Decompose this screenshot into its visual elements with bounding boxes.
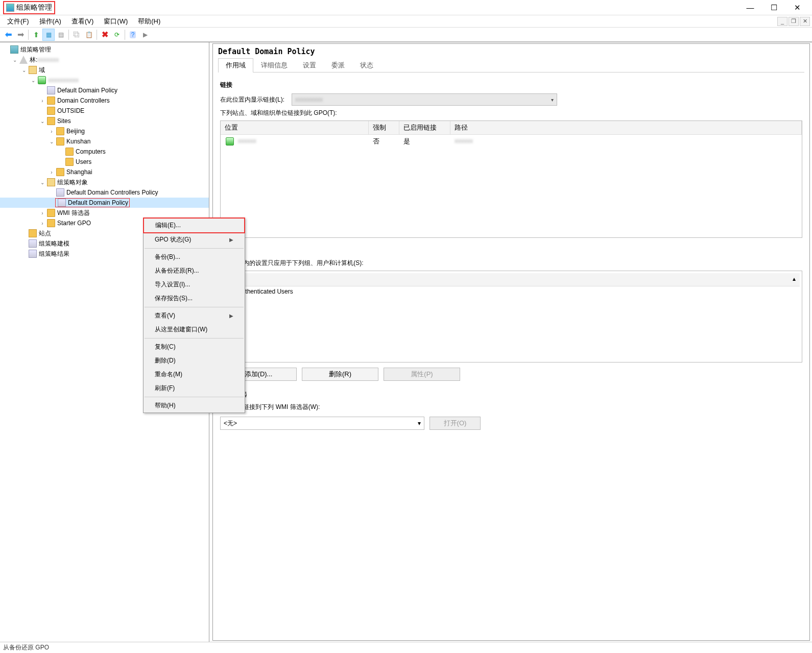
ctx-backup[interactable]: 备份(B)... [144, 250, 245, 264]
ctx-restore[interactable]: 从备份还原(R)... [144, 264, 245, 278]
tree-computers[interactable]: Computers [0, 147, 209, 157]
expander-icon[interactable]: ⌄ [30, 78, 37, 83]
tree-ddp-selected[interactable]: Default Domain Policy [0, 198, 209, 208]
wmi-section: WMI 筛选 此 GPO 链接到下列 WMI 筛选器(W): <无> ▾ 打开(… [220, 390, 802, 430]
tree-root[interactable]: 组策略管理 [0, 44, 209, 55]
expander-icon[interactable]: › [39, 98, 46, 104]
tree-ddcp[interactable]: Default Domain Controllers Policy [0, 187, 209, 198]
tree-forest[interactable]: ⌄林:xxxxxxx [0, 55, 209, 65]
maximize-button[interactable]: ☐ [762, 1, 785, 15]
ctx-label: 重命名(M) [155, 370, 182, 379]
tree-domain[interactable]: ⌄xxxxxxxxxx [0, 75, 209, 85]
tree-shanghai[interactable]: ›Shanghai [0, 167, 209, 177]
tree-sites[interactable]: ⌄Sites [0, 116, 209, 126]
tab-settings[interactable]: 设置 [295, 58, 324, 72]
col-path[interactable]: 路径 [450, 121, 802, 134]
tree-kunshan[interactable]: ⌄Kunshan [0, 136, 209, 147]
tree-label: Kunshan [66, 138, 90, 145]
tree-wmi[interactable]: ›WMI 筛选器 [0, 208, 209, 218]
table-header: 位置 强制 已启用链接 路径 [221, 121, 802, 135]
menu-view[interactable]: 查看(V) [66, 15, 99, 28]
ctx-help[interactable]: 帮助(H) [144, 399, 245, 413]
ctx-edit[interactable]: 编辑(E)... [144, 219, 244, 232]
col-enforced[interactable]: 强制 [369, 121, 399, 134]
paste-button[interactable]: 📋 [83, 29, 95, 41]
menu-help[interactable]: 帮助(H) [133, 15, 165, 28]
ctx-view[interactable]: 查看(V)▶ [144, 309, 245, 323]
show-hide-button[interactable]: ▤ [55, 29, 67, 41]
wmi-combo[interactable]: <无> ▾ [220, 417, 424, 430]
tree-label: 站点 [39, 229, 51, 238]
arrow-right-icon: ➡ [17, 30, 24, 39]
tree-users[interactable]: Users [0, 157, 209, 167]
ctx-save-report[interactable]: 保存报告(S)... [144, 292, 245, 305]
expander-icon[interactable]: ⌄ [48, 139, 55, 144]
tree-ddp-link[interactable]: Default Domain Policy [0, 85, 209, 95]
help-button[interactable]: ? [127, 29, 139, 41]
links-table[interactable]: 位置 强制 已启用链接 路径 xxxxxx 否 是 xxxxxx [220, 120, 802, 238]
ctx-refresh[interactable]: 刷新(F) [144, 381, 245, 395]
filter-item[interactable]: 👥 Authenticated Users [223, 286, 800, 297]
security-filter-list[interactable]: 名称 ▴ 👥 Authenticated Users [220, 271, 802, 362]
expander-icon[interactable]: ⌄ [11, 57, 18, 63]
tree-label: Default Domain Policy [68, 199, 128, 206]
forward-button[interactable]: ➡ [14, 29, 27, 41]
expander-icon[interactable]: ⌄ [39, 180, 46, 185]
tab-scope[interactable]: 作用域 [218, 58, 253, 72]
tree-label: Beijing [66, 128, 85, 135]
back-button[interactable]: ⬅ [2, 29, 14, 41]
expander-icon[interactable]: › [39, 210, 46, 216]
script-button[interactable]: ▶ [139, 29, 151, 41]
ctx-new-window[interactable]: 从这里创建窗口(W) [144, 323, 245, 336]
tree-domains[interactable]: ⌄域 [0, 65, 209, 75]
expander-icon[interactable]: ⌄ [20, 67, 28, 73]
ou-icon [56, 168, 64, 176]
domain-icon [226, 137, 234, 146]
app-icon [6, 4, 14, 12]
mdi-restore[interactable]: ❐ [789, 17, 799, 26]
tree-label: 组策略对象 [57, 178, 88, 187]
gpo-links-label: 下列站点、域和组织单位链接到此 GPO(T): [220, 109, 802, 117]
expander-icon[interactable]: › [48, 129, 55, 134]
tab-details[interactable]: 详细信息 [253, 58, 295, 72]
tree-dc[interactable]: ›Domain Controllers [0, 95, 209, 106]
tree-label: 林: [30, 56, 37, 64]
tree-label: 域 [39, 66, 45, 75]
ctx-copy[interactable]: 复制(C) [144, 340, 245, 354]
tree-outside[interactable]: OUTSIDE [0, 106, 209, 116]
ctx-gpo-status[interactable]: GPO 状态(G)▶ [144, 233, 245, 247]
mdi-close[interactable]: ✕ [800, 17, 810, 26]
window-controls: — ☐ ✕ [738, 1, 809, 15]
expander-icon[interactable]: ⌄ [39, 118, 46, 124]
remove-button[interactable]: 删除(R) [302, 368, 378, 381]
close-button[interactable]: ✕ [785, 1, 809, 15]
link-location-combo[interactable]: xxxxxxxxx ▾ [292, 93, 557, 106]
table-row[interactable]: xxxxxx 否 是 xxxxxx [221, 135, 802, 148]
up-button[interactable]: ⬆ [30, 29, 42, 41]
expander-icon[interactable]: › [48, 170, 55, 175]
toolbar-separator [28, 30, 29, 40]
ctx-import[interactable]: 导入设置(I)... [144, 278, 245, 292]
menu-window[interactable]: 窗口(W) [99, 15, 133, 28]
col-location[interactable]: 位置 [221, 121, 369, 134]
ctx-separator [145, 397, 244, 397]
refresh-button[interactable]: ⟳ [111, 29, 123, 41]
mdi-minimize[interactable]: _ [777, 17, 787, 26]
tree-beijing[interactable]: ›Beijing [0, 126, 209, 136]
properties-button[interactable]: ▦ [42, 29, 55, 41]
ctx-rename[interactable]: 重命名(M) [144, 368, 245, 381]
tree-gpo-container[interactable]: ⌄组策略对象 [0, 177, 209, 187]
delete-button[interactable]: ✖ [99, 29, 111, 41]
menu-action[interactable]: 操作(A) [34, 15, 66, 28]
menu-file[interactable]: 文件(F) [2, 15, 34, 28]
tab-delegation[interactable]: 委派 [324, 58, 352, 72]
copy-button[interactable]: ⿻ [70, 29, 83, 41]
detail-title: Default Domain Policy [218, 47, 804, 56]
col-enabled[interactable]: 已启用链接 [399, 121, 450, 134]
ctx-delete[interactable]: 删除(D) [144, 354, 245, 368]
tab-status[interactable]: 状态 [352, 58, 381, 72]
expander-icon[interactable]: › [39, 221, 46, 226]
minimize-button[interactable]: — [738, 1, 762, 15]
delete-icon: ✖ [102, 30, 108, 39]
domain-icon [38, 76, 46, 84]
